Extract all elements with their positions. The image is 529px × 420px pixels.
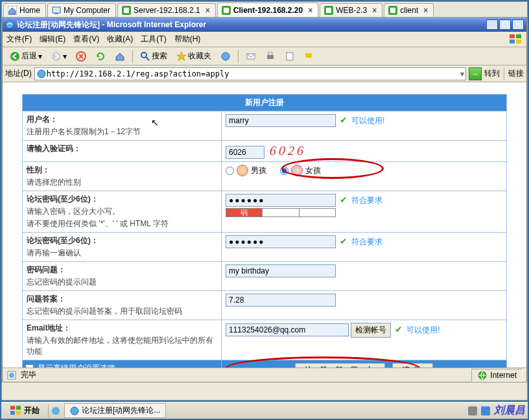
svg-point-19 bbox=[141, 52, 147, 58]
svg-rect-15 bbox=[516, 40, 521, 43]
advanced-options[interactable]: 显示高级用户设置选项 bbox=[25, 363, 218, 368]
home-icon bbox=[8, 6, 17, 15]
status-text: 完毕 bbox=[21, 369, 36, 380]
clear-button[interactable]: 清 除 bbox=[392, 363, 433, 368]
boy-icon bbox=[237, 165, 248, 176]
search-button[interactable]: 搜索 bbox=[137, 49, 170, 64]
favorites-button[interactable]: 收藏夹 bbox=[173, 49, 215, 64]
password-input[interactable] bbox=[226, 194, 336, 207]
forward-button[interactable]: ▾ bbox=[48, 49, 70, 64]
close-icon[interactable]: × bbox=[423, 6, 428, 15]
tab-server[interactable]: Server-192.168.2.1 × bbox=[117, 3, 216, 17]
mail-button[interactable] bbox=[242, 49, 259, 64]
menu-tools[interactable]: 工具(T) bbox=[141, 34, 166, 45]
captcha-image: 6026 bbox=[269, 143, 307, 158]
menu-edit[interactable]: 编辑(E) bbox=[40, 34, 65, 45]
password-strength: 弱 bbox=[226, 208, 336, 217]
svg-point-34 bbox=[52, 407, 60, 415]
stop-button[interactable] bbox=[73, 49, 89, 64]
captcha-input[interactable] bbox=[226, 146, 264, 159]
gender-girl[interactable]: 女孩 bbox=[280, 165, 321, 176]
discuss-icon bbox=[304, 51, 314, 62]
gender-boy[interactable]: 男孩 bbox=[226, 165, 266, 176]
links-label[interactable]: 链接 bbox=[508, 68, 524, 79]
restore-button[interactable]: ❐ bbox=[499, 19, 511, 30]
tray-icon[interactable] bbox=[481, 406, 490, 415]
svg-point-17 bbox=[52, 52, 61, 61]
svg-rect-1 bbox=[53, 7, 60, 13]
menu-file[interactable]: 文件(F) bbox=[6, 34, 32, 45]
back-button[interactable]: 后退 ▾ bbox=[6, 49, 45, 64]
dropdown-icon[interactable]: ▾ bbox=[460, 69, 464, 78]
username-hint: 可以使用! bbox=[351, 116, 384, 125]
url-input[interactable] bbox=[47, 69, 460, 78]
svg-point-26 bbox=[38, 70, 45, 78]
home-icon bbox=[115, 51, 125, 62]
svg-point-35 bbox=[71, 407, 78, 415]
start-icon bbox=[10, 405, 21, 417]
edit-icon bbox=[285, 51, 295, 62]
check-icon: ✔ bbox=[340, 115, 347, 125]
svg-rect-10 bbox=[390, 8, 395, 13]
stop-icon bbox=[76, 51, 86, 62]
tab-client[interactable]: client × bbox=[384, 3, 434, 17]
gender-label: 性别： bbox=[27, 165, 217, 176]
home-button[interactable] bbox=[112, 49, 128, 64]
girl-radio[interactable] bbox=[280, 167, 288, 175]
tab-mycomputer[interactable]: My Computer bbox=[47, 3, 116, 17]
tab-web23[interactable]: WEB-2.3 × bbox=[320, 3, 382, 17]
check-icon: ✔ bbox=[340, 194, 347, 205]
page-icon bbox=[36, 69, 47, 79]
girl-icon bbox=[291, 165, 303, 176]
adv-checkbox[interactable] bbox=[25, 364, 34, 368]
go-button[interactable]: → bbox=[469, 67, 482, 80]
quicklaunch-icon[interactable] bbox=[51, 406, 60, 415]
svg-point-20 bbox=[222, 52, 229, 60]
close-icon[interactable]: × bbox=[308, 6, 312, 15]
tab-client20[interactable]: Client-192.168.2.20 × bbox=[217, 3, 318, 17]
email-input[interactable] bbox=[226, 323, 349, 336]
username-label: 用户名： bbox=[27, 114, 217, 125]
media-button[interactable] bbox=[217, 49, 234, 64]
discuss-button[interactable] bbox=[301, 49, 318, 64]
address-box[interactable]: ▾ bbox=[34, 67, 466, 80]
vm-icon bbox=[222, 6, 231, 15]
menu-help[interactable]: 帮助(H) bbox=[174, 34, 201, 45]
tab-home[interactable]: Home bbox=[3, 3, 46, 17]
submit-button[interactable]: 注 册 新 用 户 bbox=[295, 363, 385, 368]
username-desc: 注册用户名长度限制为1－12字节 bbox=[27, 126, 217, 137]
username-input[interactable] bbox=[226, 114, 336, 127]
close-icon[interactable]: × bbox=[206, 6, 210, 15]
edit-button[interactable] bbox=[281, 49, 298, 64]
system-tray: 刘晨昌 bbox=[468, 404, 525, 417]
minimize-button[interactable]: _ bbox=[486, 19, 498, 30]
mail-icon bbox=[246, 51, 256, 62]
svg-rect-32 bbox=[10, 411, 15, 415]
password-confirm-input[interactable] bbox=[226, 235, 336, 248]
svg-rect-36 bbox=[468, 406, 477, 415]
taskbar-item[interactable]: 论坛注册[动网先锋论... bbox=[64, 403, 166, 418]
start-button[interactable]: 开始 bbox=[4, 403, 45, 419]
svg-rect-4 bbox=[124, 8, 129, 13]
pwd2-label: 论坛密码(至少6位)： bbox=[27, 235, 217, 246]
check-email-button[interactable]: 检测帐号 bbox=[351, 323, 391, 338]
tray-icon[interactable] bbox=[468, 406, 477, 415]
question-input[interactable] bbox=[226, 264, 336, 277]
svg-rect-22 bbox=[267, 55, 274, 59]
close-icon[interactable]: × bbox=[372, 6, 377, 15]
svg-rect-6 bbox=[224, 8, 229, 13]
answer-input[interactable] bbox=[226, 294, 336, 307]
star-icon bbox=[176, 51, 187, 62]
refresh-button[interactable] bbox=[92, 49, 109, 64]
menu-view[interactable]: 查看(V) bbox=[73, 34, 99, 45]
print-button[interactable] bbox=[262, 49, 279, 64]
zone-indicator: Internet bbox=[471, 369, 523, 382]
page-content: ↖ 新用户注册 用户名：注册用户名长度限制为1－12字节 ✔可以使用! 请输入验… bbox=[3, 82, 526, 368]
svg-rect-14 bbox=[510, 40, 515, 43]
svg-rect-12 bbox=[510, 34, 515, 38]
close-button[interactable]: × bbox=[512, 19, 524, 30]
boy-radio[interactable] bbox=[226, 167, 234, 175]
menu-fav[interactable]: 收藏(A) bbox=[107, 34, 133, 45]
ie-window: 论坛注册[动网先锋论坛] - Microsoft Internet Explor… bbox=[2, 18, 527, 382]
svg-rect-25 bbox=[305, 53, 312, 58]
